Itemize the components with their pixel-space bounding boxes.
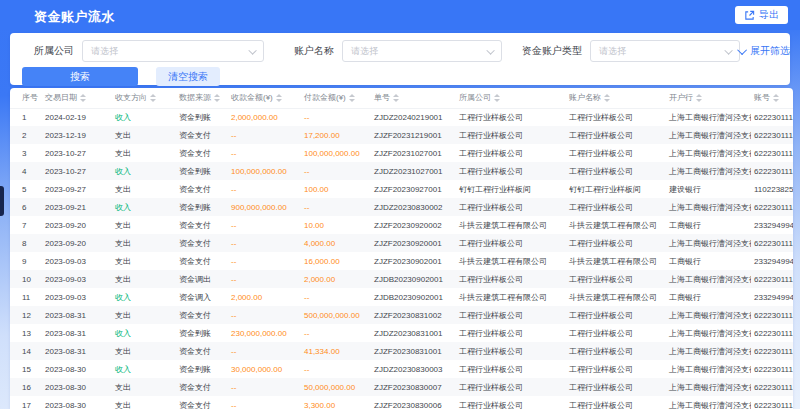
- side-panel-handle[interactable]: [0, 186, 4, 216]
- cell-income-amount: --: [228, 378, 301, 396]
- sort-icon[interactable]: [773, 94, 779, 102]
- cell-order-no: ZJZF20230831002: [371, 306, 456, 324]
- company-select[interactable]: 请选择: [82, 40, 264, 62]
- table-row[interactable]: 32023-10-27支出资金支付--100,000,000.00ZJZF202…: [10, 144, 793, 162]
- cell-index: 4: [10, 162, 42, 180]
- account-name-select[interactable]: 请选择: [342, 40, 502, 62]
- column-header-date[interactable]: 交易日期: [42, 88, 112, 108]
- cell-direction: 收入: [112, 324, 176, 342]
- sort-icon[interactable]: [393, 94, 399, 102]
- cell-payment-amount: 4,000.00: [301, 234, 371, 252]
- cell-bank: 工商银行: [666, 252, 751, 270]
- cell-bank: 建设银行: [666, 180, 751, 198]
- column-header-account-no[interactable]: 账号: [751, 88, 793, 108]
- cell-order-no: ZJDB20230902001: [371, 288, 456, 306]
- cell-order-no: ZJDZ20230830003: [371, 360, 456, 378]
- cell-index: 2: [10, 126, 42, 144]
- cell-account-name: 工程行业样板公司: [566, 378, 666, 396]
- cell-income-amount: --: [228, 270, 301, 288]
- column-header-income-amount[interactable]: 收款金额(¥): [228, 88, 301, 108]
- column-header-account-name[interactable]: 账户名称: [566, 88, 666, 108]
- cell-direction: 支出: [112, 270, 176, 288]
- column-label: 所属公司: [459, 93, 491, 102]
- cell-index: 11: [10, 288, 42, 306]
- cell-payment-amount: --: [301, 360, 371, 378]
- sort-icon[interactable]: [214, 94, 220, 102]
- table-row[interactable]: 132023-08-31收入资金到账230,000,000.00--ZJDZ20…: [10, 324, 793, 342]
- expand-filters-link[interactable]: 展开筛选: [740, 44, 790, 58]
- table-row[interactable]: 162023-08-30支出资金支付--50,000,000.00ZJZF202…: [10, 378, 793, 396]
- table-row[interactable]: 92023-09-03支出资金支付--16,000.00ZJZF20230902…: [10, 252, 793, 270]
- column-header-order-no[interactable]: 单号: [371, 88, 456, 108]
- sort-icon[interactable]: [604, 94, 610, 102]
- cell-date: 2023-09-03: [42, 252, 112, 270]
- cell-source: 资金支付: [176, 378, 228, 396]
- cell-payment-amount: 50,000,000.00: [301, 378, 371, 396]
- cell-bank: 上海工商银行漕河泾支行: [666, 108, 751, 126]
- cell-source: 资金支付: [176, 234, 228, 252]
- table-row[interactable]: 82023-09-20支出资金支付--4,000.00ZJZF202309200…: [10, 234, 793, 252]
- cell-bank: 上海工商银行漕河泾支行: [666, 144, 751, 162]
- column-header-direction[interactable]: 收支方向: [112, 88, 176, 108]
- cell-direction: 收入: [112, 198, 176, 216]
- cell-direction: 支出: [112, 126, 176, 144]
- sort-icon[interactable]: [276, 94, 282, 102]
- sort-icon[interactable]: [494, 94, 500, 102]
- cell-date: 2023-08-30: [42, 360, 112, 378]
- cell-company: 工程行业样板公司: [456, 108, 566, 126]
- table-body: 12024-02-19收入资金到账2,000,000.00--ZJDZ20240…: [10, 108, 793, 409]
- cell-source: 资金到账: [176, 162, 228, 180]
- table-row[interactable]: 12024-02-19收入资金到账2,000,000.00--ZJDZ20240…: [10, 108, 793, 126]
- sort-icon[interactable]: [150, 94, 156, 102]
- cell-order-no: ZJZF20230920001: [371, 234, 456, 252]
- company-select-placeholder: 请选择: [91, 45, 118, 58]
- clear-search-button[interactable]: 清空搜索: [156, 67, 220, 86]
- sort-icon[interactable]: [80, 94, 86, 102]
- cell-source: 资金到账: [176, 360, 228, 378]
- sort-icon[interactable]: [696, 94, 702, 102]
- search-button[interactable]: 搜索: [22, 67, 138, 86]
- transactions-table: 序号交易日期收支方向数据来源收款金额(¥)付款金额(¥)单号所属公司账户名称开户…: [10, 88, 793, 409]
- cell-source: 资金支付: [176, 180, 228, 198]
- cell-date: 2023-09-03: [42, 288, 112, 306]
- cell-date: 2023-12-19: [42, 126, 112, 144]
- top-bar: 资金账户流水 导出: [0, 0, 800, 30]
- cell-income-amount: 2,000,000.00: [228, 108, 301, 126]
- cell-account-name: 工程行业样板公司: [566, 198, 666, 216]
- cell-income-amount: --: [228, 180, 301, 198]
- table-row[interactable]: 22023-12-19支出资金支付--17,200.00ZJZF20231219…: [10, 126, 793, 144]
- account-type-select[interactable]: 请选择: [590, 40, 740, 62]
- cell-date: 2023-08-30: [42, 378, 112, 396]
- cell-account-name: 工程行业样板公司: [566, 234, 666, 252]
- column-header-bank[interactable]: 开户行: [666, 88, 751, 108]
- column-header-payment-amount[interactable]: 付款金额(¥): [301, 88, 371, 108]
- table-row[interactable]: 122023-08-31支出资金支付--500,000,000.00ZJZF20…: [10, 306, 793, 324]
- table-row[interactable]: 112023-09-03收入资金调入2,000.00--ZJDB20230902…: [10, 288, 793, 306]
- cell-bank: 上海工商银行漕河泾支行: [666, 162, 751, 180]
- table-row[interactable]: 172023-08-30支出资金支付--3,300.00ZJZF20230830…: [10, 396, 793, 409]
- table-row[interactable]: 52023-09-27支出资金支付--100.00ZJZF20230927001…: [10, 180, 793, 198]
- cell-order-no: ZJZF20230830007: [371, 378, 456, 396]
- cell-company: 工程行业样板公司: [456, 270, 566, 288]
- table-row[interactable]: 62023-09-21收入资金到账900,000,000.00--ZJDZ202…: [10, 198, 793, 216]
- column-label: 交易日期: [45, 93, 77, 102]
- cell-source: 资金支付: [176, 306, 228, 324]
- cell-source: 资金到账: [176, 108, 228, 126]
- cell-company: 工程行业样板公司: [456, 198, 566, 216]
- export-button[interactable]: 导出: [735, 6, 788, 24]
- table-row[interactable]: 102023-09-03支出资金调出--2,000.00ZJDB20230902…: [10, 270, 793, 288]
- cell-account-name: 斗拱云建筑工程有限公司: [566, 288, 666, 306]
- cell-account-name: 工程行业样板公司: [566, 162, 666, 180]
- cell-account-no: 233294994: [751, 288, 793, 306]
- cell-company: 工程行业样板公司: [456, 342, 566, 360]
- cell-account-name: 工程行业样板公司: [566, 108, 666, 126]
- table-row[interactable]: 42023-10-27收入资金到账100,000,000.00--ZJDZ202…: [10, 162, 793, 180]
- sort-icon[interactable]: [349, 94, 355, 102]
- column-header-company[interactable]: 所属公司: [456, 88, 566, 108]
- table-row[interactable]: 142023-08-31支出资金支付--41,334.00ZJZF2023083…: [10, 342, 793, 360]
- table-row[interactable]: 152023-08-30收入资金到账30,000,000.00--ZJDZ202…: [10, 360, 793, 378]
- cell-company: 工程行业样板公司: [456, 360, 566, 378]
- table-row[interactable]: 72023-09-20支出资金支付--10.00ZJZF20230920002斗…: [10, 216, 793, 234]
- cell-source: 资金支付: [176, 216, 228, 234]
- column-header-source[interactable]: 数据来源: [176, 88, 228, 108]
